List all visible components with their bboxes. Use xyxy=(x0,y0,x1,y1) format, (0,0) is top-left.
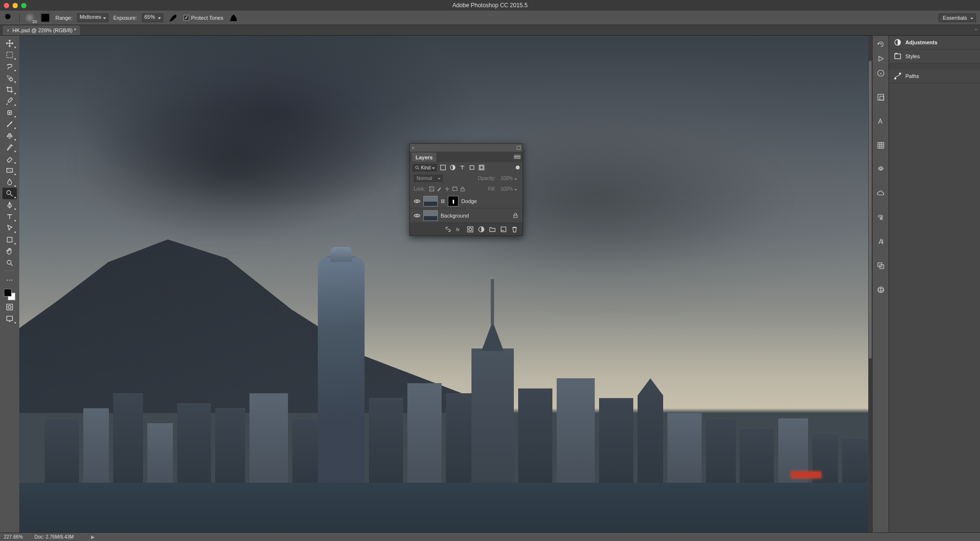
canvas[interactable]: × Layers Kind Normal xyxy=(19,36,872,532)
color-swatches[interactable] xyxy=(3,288,16,301)
brush-panel-toggle-icon[interactable] xyxy=(40,13,51,23)
new-group-icon[interactable] xyxy=(489,226,496,232)
panel-titlebar[interactable]: × xyxy=(410,144,523,152)
visibility-toggle[interactable] xyxy=(414,198,420,205)
paths-panel-tab[interactable]: Paths xyxy=(889,69,980,83)
type-tool[interactable] xyxy=(2,211,17,222)
pen-tool[interactable] xyxy=(2,199,17,211)
lasso-tool[interactable] xyxy=(2,61,17,72)
properties-panel-icon[interactable] xyxy=(875,91,887,103)
airbrush-icon[interactable] xyxy=(168,13,179,23)
traffic-light-minimize[interactable] xyxy=(13,3,18,8)
status-menu-icon[interactable]: ▶ xyxy=(91,534,95,540)
layer-name[interactable]: Dodge xyxy=(461,198,519,204)
adjustments-panel-tab[interactable]: Adjustments xyxy=(889,36,980,50)
add-mask-icon[interactable] xyxy=(467,226,473,232)
zoom-tool[interactable] xyxy=(2,257,17,269)
lock-artboard-icon[interactable] xyxy=(452,186,457,192)
lock-transparent-icon[interactable] xyxy=(429,186,434,192)
filter-adjust-icon[interactable] xyxy=(449,164,456,171)
path-select-tool[interactable] xyxy=(2,222,17,234)
new-adjustment-icon[interactable] xyxy=(478,226,484,232)
opacity-label: Opacity: xyxy=(478,176,496,181)
edit-toolbar[interactable]: ⋯ xyxy=(2,274,17,286)
blend-mode-select[interactable]: Normal xyxy=(414,175,443,182)
lock-paint-icon[interactable] xyxy=(437,186,442,192)
styles-panel-tab[interactable]: Styles xyxy=(889,50,980,64)
filter-kind-select[interactable]: Kind xyxy=(413,164,437,171)
layer-row[interactable]: Background xyxy=(410,208,523,223)
gradient-tool[interactable] xyxy=(2,165,17,176)
exposure-field[interactable]: 65% xyxy=(142,13,163,22)
delete-layer-icon[interactable] xyxy=(511,226,518,232)
layer-mask-thumbnail[interactable] xyxy=(448,196,458,206)
foreground-color-swatch[interactable] xyxy=(4,289,12,296)
pressure-opacity-icon[interactable] xyxy=(228,13,239,23)
history-panel-icon[interactable] xyxy=(875,39,887,50)
eraser-tool[interactable] xyxy=(2,153,17,165)
filter-type-icon[interactable] xyxy=(459,164,466,171)
swatches-panel-icon[interactable] xyxy=(875,140,887,151)
layer-fx-icon[interactable]: fx xyxy=(456,226,462,232)
screen-mode-icon[interactable] xyxy=(2,313,17,324)
tab-overflow-icon[interactable]: » xyxy=(975,27,977,32)
blur-tool[interactable] xyxy=(2,176,17,188)
quick-select-tool[interactable] xyxy=(2,72,17,84)
3d-panel-icon[interactable] xyxy=(875,284,887,296)
layer-thumbnail[interactable] xyxy=(423,210,438,221)
move-tool[interactable] xyxy=(2,38,17,49)
brush-tool[interactable] xyxy=(2,118,17,130)
quick-mask-icon[interactable] xyxy=(2,301,17,313)
layer-comps-icon[interactable] xyxy=(875,260,887,271)
panel-collapse-icon[interactable] xyxy=(517,146,521,150)
paragraph-panel-icon[interactable] xyxy=(875,212,887,223)
layers-panel[interactable]: × Layers Kind Normal xyxy=(409,143,523,236)
protect-tones-checkbox[interactable]: Protect Tones xyxy=(183,15,223,21)
filter-shape-icon[interactable] xyxy=(469,164,475,171)
mask-link-icon[interactable]: ⛓ xyxy=(441,199,445,204)
eyedropper-tool[interactable] xyxy=(2,95,17,107)
marquee-tool[interactable] xyxy=(2,49,17,61)
tab-close-icon[interactable]: × xyxy=(7,28,10,33)
range-select[interactable]: Midtones xyxy=(77,13,108,22)
traffic-light-close[interactable] xyxy=(4,3,9,8)
panel-menu-icon[interactable] xyxy=(514,154,521,161)
visibility-toggle[interactable] xyxy=(414,212,420,219)
libraries-panel-icon[interactable] xyxy=(875,164,887,175)
layer-thumbnail[interactable] xyxy=(423,196,438,206)
document-tab[interactable]: × HK.psd @ 228% (RGB/8) * xyxy=(3,26,80,35)
workspace-switcher[interactable]: Essentials xyxy=(939,13,976,22)
filter-toggle[interactable] xyxy=(516,166,520,169)
brush-preview[interactable]: 20 xyxy=(25,13,35,23)
healing-brush-tool[interactable] xyxy=(2,107,17,118)
filter-smart-icon[interactable] xyxy=(478,164,485,171)
zoom-level[interactable]: 227.66% xyxy=(4,534,23,540)
clone-stamp-tool[interactable] xyxy=(2,130,17,142)
hand-tool[interactable] xyxy=(2,245,17,257)
cc-libraries-icon[interactable] xyxy=(875,188,887,199)
opacity-field[interactable]: 100% xyxy=(499,176,519,181)
dodge-tool-icon[interactable] xyxy=(4,13,14,23)
filter-pixel-icon[interactable] xyxy=(440,164,446,171)
lock-label: Lock: xyxy=(414,186,425,192)
lock-position-icon[interactable] xyxy=(444,186,450,192)
new-layer-icon[interactable] xyxy=(500,226,507,232)
history-brush-tool[interactable] xyxy=(2,142,17,153)
glyphs-panel-icon[interactable] xyxy=(875,236,887,247)
layers-tab[interactable]: Layers xyxy=(412,153,436,162)
dodge-tool[interactable] xyxy=(2,188,17,199)
layer-row[interactable]: ⛓ Dodge xyxy=(410,194,523,208)
fill-field[interactable]: 100% xyxy=(499,186,519,192)
link-layers-icon[interactable] xyxy=(445,226,451,232)
panel-close-icon[interactable]: × xyxy=(412,145,415,151)
canvas-vertical-scrollbar[interactable] xyxy=(868,36,872,532)
character-panel-icon[interactable] xyxy=(875,116,887,127)
actions-panel-icon[interactable] xyxy=(875,53,887,64)
doc-info[interactable]: Doc: 2.76M/6.43M xyxy=(34,534,74,540)
shape-tool[interactable] xyxy=(2,234,17,245)
layer-name[interactable]: Background xyxy=(441,213,510,219)
traffic-light-zoom[interactable] xyxy=(21,3,26,8)
crop-tool[interactable] xyxy=(2,84,17,95)
info-panel-icon[interactable] xyxy=(875,67,887,79)
lock-all-icon[interactable] xyxy=(460,186,465,192)
